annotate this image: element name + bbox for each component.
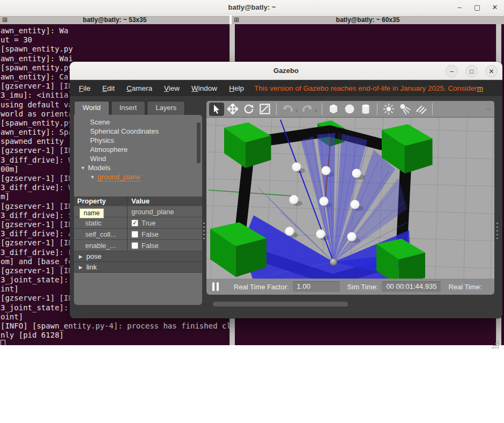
gazebo-titlebar[interactable]: Gazebo – □ ✕ (70, 62, 502, 80)
world-tree: Scene Spherical Coordinates Physics Atmo… (74, 115, 202, 183)
scale-tool-button[interactable] (257, 103, 272, 116)
eol-warning-text: This version of Gazebo reaches end-of-li… (254, 84, 477, 92)
self-collide-checkbox[interactable] (131, 231, 138, 238)
property-row-enable[interactable]: enable_... False (74, 240, 202, 251)
redo-caret-icon[interactable]: ▾ (315, 108, 317, 113)
rtf-value: 1.00 (293, 281, 340, 292)
insert-sphere-button[interactable] (342, 103, 357, 116)
viewport-hscrollbar[interactable] (206, 302, 494, 307)
translate-tool-button[interactable] (225, 103, 240, 116)
sim-statusbar: Real Time Factor: 1.00 Sim Time: 00 00:0… (206, 279, 494, 295)
real-time-label: Real Time: (448, 283, 481, 291)
terminal-log-line: [INFO] [spawn_entity.py-4]: process has … (1, 322, 229, 331)
hscrollbar-thumb[interactable] (213, 302, 348, 307)
directional-light-button[interactable] (413, 103, 428, 116)
toolbar-overflow-icon[interactable]: – (486, 105, 490, 113)
spot-light-icon (399, 103, 411, 115)
panel-splitter-handle[interactable] (203, 223, 205, 241)
point-light-button[interactable] (381, 103, 396, 116)
toolbar-separator (432, 103, 433, 115)
green-pillar (224, 122, 271, 168)
property-table-header: Property Value (74, 196, 202, 206)
world-panel: World Insert Layers Scene Spherical Coor… (74, 101, 202, 305)
terminal-log-line: nly [pid 6128] (1, 331, 229, 340)
move-icon (227, 104, 238, 114)
terminal-close-icon[interactable]: ✕ (491, 3, 499, 11)
window-resize-grip[interactable] (492, 340, 500, 348)
toolbar-separator (322, 103, 322, 115)
tab-insert[interactable]: Insert (111, 101, 146, 115)
triangle-down-icon[interactable]: ▼ (80, 165, 88, 171)
toolbar-separator (276, 103, 277, 115)
triangle-right-icon: ▶ (79, 265, 83, 270)
scene-render (206, 118, 494, 279)
select-tool-button[interactable] (209, 103, 224, 116)
sphere-icon (344, 103, 355, 115)
triangle-down-icon[interactable]: ▼ (90, 174, 98, 180)
tab-world[interactable]: World (74, 101, 109, 115)
terminal-cursor (1, 340, 5, 345)
gazebo-close-button[interactable]: ✕ (485, 65, 498, 77)
property-row-self-collide[interactable]: self_coll... False (74, 229, 202, 240)
gazebo-maximize-button[interactable]: □ (465, 65, 478, 77)
right-splitter-handle[interactable] (496, 223, 498, 241)
property-group-pose[interactable]: ▶pose (74, 251, 202, 262)
left-pane-title: batly@batly: ~ 53x35 (0, 16, 229, 24)
right-pane-title: batly@batly: ~ 60x35 (232, 16, 504, 24)
redo-button[interactable] (300, 103, 315, 116)
pause-button[interactable] (212, 282, 219, 291)
pane-headers: ⊞ batly@batly: ~ 53x35 ⊞ batly@batly: ~ … (0, 14, 504, 24)
menu-window[interactable]: Window (186, 84, 223, 92)
insert-box-button[interactable] (326, 103, 341, 116)
tree-scrollbar[interactable] (197, 122, 201, 163)
terminal-log-line: [spawn_entity.py (1, 45, 229, 54)
menu-view[interactable]: View (158, 84, 186, 92)
terminal-minimize-icon[interactable]: – (456, 3, 463, 11)
undo-icon (283, 104, 293, 114)
point-light-icon (383, 103, 395, 115)
scene-3d[interactable] (206, 118, 494, 279)
property-group-link[interactable]: ▶link (74, 262, 202, 273)
terminal-titlebar[interactable]: batly@batly: ~ – ▢ ✕ (0, 0, 504, 14)
gazebo-minimize-button[interactable]: – (446, 65, 458, 77)
menu-edit[interactable]: Edit (97, 84, 121, 92)
menu-camera[interactable]: Camera (121, 84, 158, 92)
tree-item-wind[interactable]: Wind (74, 155, 202, 164)
right-pane-header[interactable]: ⊞ batly@batly: ~ 60x35 (232, 16, 504, 24)
tree-item-ground-plane[interactable]: ▼ground_plane (74, 173, 202, 182)
directional-light-icon (415, 103, 427, 115)
gazebo-body: World Insert Layers Scene Spherical Coor… (70, 96, 502, 318)
tab-layers[interactable]: Layers (147, 101, 185, 115)
gazebo-window: Gazebo – □ ✕ File Edit Camera View Windo… (70, 62, 502, 318)
cylinder-icon (360, 103, 372, 115)
rotate-tool-button[interactable] (241, 103, 256, 116)
insert-cylinder-button[interactable] (358, 103, 373, 116)
menu-help[interactable]: Help (223, 84, 250, 92)
tree-item-physics[interactable]: Physics (74, 136, 202, 145)
spot-light-button[interactable] (397, 103, 412, 116)
enable-checkbox[interactable] (131, 242, 138, 249)
property-row-static[interactable]: static ✓True (74, 217, 202, 229)
tree-item-models[interactable]: ▼Models (74, 164, 202, 173)
tree-item-atmosphere[interactable]: Atmosphere (74, 145, 202, 155)
undo-caret-icon[interactable]: ▾ (295, 108, 298, 113)
redo-icon (302, 104, 313, 114)
gazebo-menubar: File Edit Camera View Window Help This v… (70, 80, 502, 96)
terminal-title: batly@batly: ~ (228, 3, 276, 11)
left-pane-header[interactable]: ⊞ batly@batly: ~ 53x35 (0, 16, 229, 24)
toolbar-separator (377, 103, 377, 115)
eol-warning-link[interactable]: m (477, 84, 483, 92)
desktop: batly@batly: ~ – ▢ ✕ ⊞ batly@batly: ~ 53… (0, 0, 504, 423)
tree-item-scene[interactable]: Scene (74, 118, 202, 127)
viewport: ▾ ▾ (206, 101, 494, 295)
robot-sphere (330, 258, 337, 266)
panel-tabs: World Insert Layers (74, 101, 185, 115)
name-tooltip: name (79, 208, 104, 218)
undo-button[interactable] (280, 103, 295, 116)
static-checkbox-checked[interactable]: ✓ (131, 220, 138, 227)
sim-time-label: Sim Time: (347, 283, 379, 291)
tree-item-spherical-coordinates[interactable]: Spherical Coordinates (74, 127, 202, 136)
terminal-log-line: awn_entity]: Wa (1, 26, 229, 35)
menu-file[interactable]: File (73, 84, 97, 92)
terminal-maximize-icon[interactable]: ▢ (473, 3, 481, 11)
